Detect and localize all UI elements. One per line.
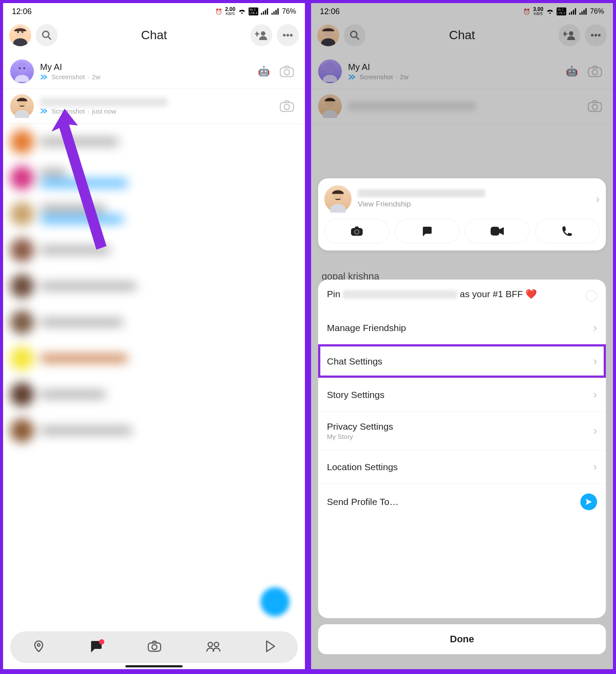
robot-icon: 🤖: [258, 66, 270, 77]
more-options-button[interactable]: [277, 24, 299, 46]
data-speed: 2.00 KB/S: [225, 7, 235, 16]
new-chat-fab[interactable]: [260, 587, 290, 616]
send-profile-row[interactable]: Send Profile To…: [318, 483, 606, 520]
avatar-my-ai: [10, 59, 34, 83]
chevron-right-icon: ›: [593, 354, 597, 368]
pin-prefix: Pin: [327, 289, 340, 299]
svg-point-11: [23, 67, 25, 69]
signal-icon-2: [271, 8, 279, 15]
svg-point-19: [152, 645, 157, 649]
chat-status: Screenshot: [51, 73, 85, 81]
pointer-arrow-annotation: [43, 109, 113, 254]
svg-point-16: [284, 104, 290, 110]
option-label: Privacy Settings: [327, 421, 393, 432]
volte-badge-1: Vo 1LTE 2: [249, 7, 258, 15]
friend-card: View Friendship ›: [318, 178, 606, 250]
screenshot-icon: [40, 74, 49, 80]
view-friendship-label: View Friendship: [358, 200, 590, 209]
status-bar: 12:06 ⏰ 2.00 KB/S Vo 1LTE 2 76%: [3, 3, 305, 20]
chat-name-blurred: [40, 98, 168, 107]
chat-time: 2w: [92, 73, 100, 81]
pin-suffix: as your #1 BFF ❤️: [460, 289, 537, 299]
svg-rect-39: [491, 227, 499, 236]
chat-item-my-ai[interactable]: My AI Screenshot · 2w 🤖: [3, 54, 305, 89]
svg-point-13: [284, 70, 290, 75]
avatar-friend: [10, 94, 34, 118]
signal-icon-1: [261, 8, 269, 15]
pin-bff-row[interactable]: Pin as your #1 BFF ❤️: [318, 280, 606, 311]
svg-point-10: [19, 67, 21, 69]
friend-name-blurred: [358, 189, 485, 197]
done-button[interactable]: Done: [318, 624, 606, 654]
chevron-right-icon: ›: [593, 388, 597, 401]
wifi-icon: [238, 8, 246, 15]
chevron-right-icon: ›: [593, 424, 597, 438]
chat-name: My AI: [40, 62, 252, 72]
chevron-right-icon: ›: [593, 321, 597, 335]
option-label: Location Settings: [327, 462, 398, 472]
svg-point-38: [355, 230, 359, 234]
privacy-settings-row[interactable]: Privacy Settings My Story ›: [318, 411, 606, 450]
page-title: Chat: [62, 28, 246, 42]
friend-avatar: [324, 185, 352, 213]
snap-camera-button[interactable]: [276, 95, 298, 117]
spotlight-tab[interactable]: [265, 640, 275, 654]
options-sheet: Pin as your #1 BFF ❤️ Manage Friendship …: [318, 280, 606, 618]
snap-action-button[interactable]: [324, 219, 389, 243]
home-indicator: [125, 665, 183, 667]
option-label: Send Profile To…: [327, 497, 399, 507]
option-label: Manage Friendship: [327, 323, 406, 333]
add-friend-button[interactable]: [250, 24, 272, 46]
camera-tab[interactable]: [147, 640, 161, 654]
svg-point-5: [261, 31, 265, 36]
svg-point-8: [290, 34, 293, 37]
phone-left-chat-list: 12:06 ⏰ 2.00 KB/S Vo 1LTE 2 76% Chat: [2, 2, 306, 670]
search-button[interactable]: [36, 24, 58, 46]
location-settings-row[interactable]: Location Settings ›: [318, 450, 606, 483]
chat-action-button[interactable]: [395, 219, 460, 243]
snap-camera-button[interactable]: [276, 60, 298, 82]
chevron-right-icon: ›: [593, 460, 597, 474]
svg-point-7: [286, 34, 289, 37]
chat-settings-row[interactable]: Chat Settings ›: [318, 344, 606, 378]
send-icon: [580, 494, 597, 510]
svg-point-21: [214, 642, 219, 647]
radio-unselected-icon[interactable]: [586, 290, 597, 302]
stories-tab[interactable]: [206, 641, 220, 653]
battery-text: 76%: [282, 7, 296, 15]
chat-header: Chat: [3, 20, 305, 54]
svg-point-2: [22, 31, 23, 33]
profile-avatar-button[interactable]: [9, 24, 31, 46]
svg-point-6: [283, 34, 286, 37]
map-tab[interactable]: [33, 640, 45, 654]
video-call-action-button[interactable]: [465, 219, 530, 243]
clock: 12:06: [12, 7, 32, 16]
chat-tab-active[interactable]: [89, 640, 103, 654]
view-friendship-row[interactable]: View Friendship: [358, 189, 590, 209]
chevron-right-icon: ›: [596, 192, 600, 206]
story-settings-row[interactable]: Story Settings ›: [318, 378, 606, 411]
alarm-icon: ⏰: [215, 8, 222, 15]
option-label: Chat Settings: [327, 356, 382, 367]
svg-point-17: [37, 644, 40, 646]
manage-friendship-row[interactable]: Manage Friendship ›: [318, 311, 606, 344]
svg-point-20: [208, 642, 213, 647]
pin-name-blurred: [343, 290, 457, 299]
phone-right-action-sheet: 12:06 ⏰ 3.00 KB/S Vo 1LTE 2 76% Chat My …: [310, 2, 614, 670]
option-sublabel: My Story: [327, 433, 393, 440]
dot: ·: [88, 73, 89, 81]
svg-point-9: [17, 62, 27, 74]
svg-point-1: [17, 31, 19, 33]
voice-call-action-button[interactable]: [535, 219, 600, 243]
option-label: Story Settings: [327, 390, 385, 400]
bottom-tab-bar: [10, 631, 298, 663]
svg-line-4: [48, 37, 51, 39]
